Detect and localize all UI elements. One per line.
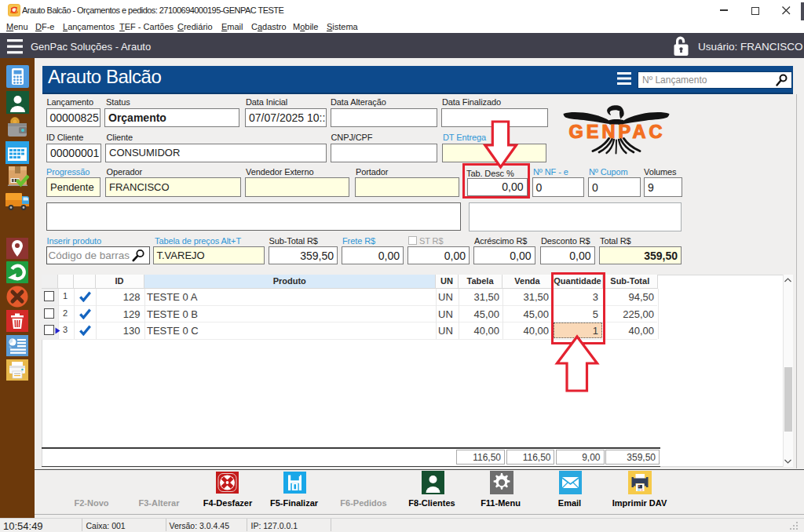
- svg-text:GENPAC: GENPAC: [569, 122, 666, 142]
- svg-text:%: %: [9, 346, 12, 349]
